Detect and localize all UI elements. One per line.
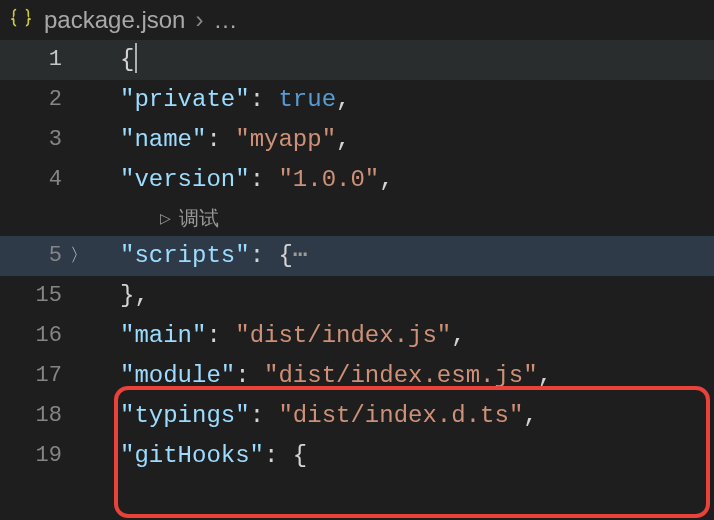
line-number: 2 [0,80,70,120]
fold-collapsed-icon[interactable]: 〉 [70,236,98,276]
play-icon: ▷ [160,210,171,226]
code-editor[interactable]: 1 { 2 "private": true, 3 "name": "myapp"… [0,40,714,476]
folded-indicator[interactable]: ⋯ [293,242,307,269]
code-line[interactable]: 2 "private": true, [0,80,714,120]
line-number: 4 [0,160,70,200]
line-number: 16 [0,316,70,356]
line-number: 3 [0,120,70,160]
breadcrumb-filename[interactable]: package.json [44,6,185,34]
line-number: 18 [0,396,70,436]
breadcrumb-more[interactable]: … [213,6,238,34]
breadcrumb-separator: › [195,6,203,34]
codelens-label: 调试 [179,205,219,232]
code-line[interactable]: 5 〉 "scripts": {⋯ [0,236,714,276]
json-file-icon [8,7,34,33]
code-line[interactable]: 3 "name": "myapp", [0,120,714,160]
text-cursor [135,43,137,73]
code-line[interactable]: 4 "version": "1.0.0", [0,160,714,200]
code-line[interactable]: 19 "gitHooks": { [0,436,714,476]
code-line[interactable]: 18 "typings": "dist/index.d.ts", [0,396,714,436]
line-number: 19 [0,436,70,476]
code-line[interactable]: 17 "module": "dist/index.esm.js", [0,356,714,396]
line-number: 1 [0,40,70,80]
codelens-debug[interactable]: ▷ 调试 [0,200,714,236]
line-number: 15 [0,276,70,316]
line-number: 17 [0,356,70,396]
line-number: 5 [0,236,70,276]
breadcrumb[interactable]: package.json › … [0,0,714,40]
code-line[interactable]: 15 }, [0,276,714,316]
code-line[interactable]: 16 "main": "dist/index.js", [0,316,714,356]
code-line[interactable]: 1 { [0,40,714,80]
